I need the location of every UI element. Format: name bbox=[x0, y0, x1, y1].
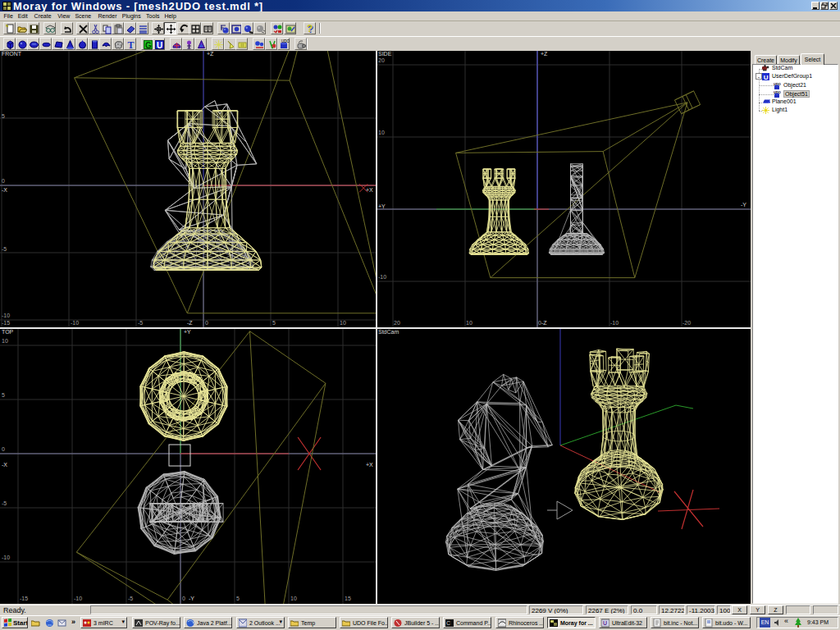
svg-text:U: U bbox=[764, 74, 769, 80]
svg-text:C: C bbox=[446, 620, 450, 626]
svg-text:G: G bbox=[145, 41, 152, 50]
svg-text:U: U bbox=[157, 41, 162, 50]
svg-text:?: ? bbox=[307, 24, 313, 34]
svg-text:UDO: UDO bbox=[281, 39, 290, 43]
svg-text:T: T bbox=[128, 39, 135, 50]
svg-text:U: U bbox=[603, 620, 607, 626]
